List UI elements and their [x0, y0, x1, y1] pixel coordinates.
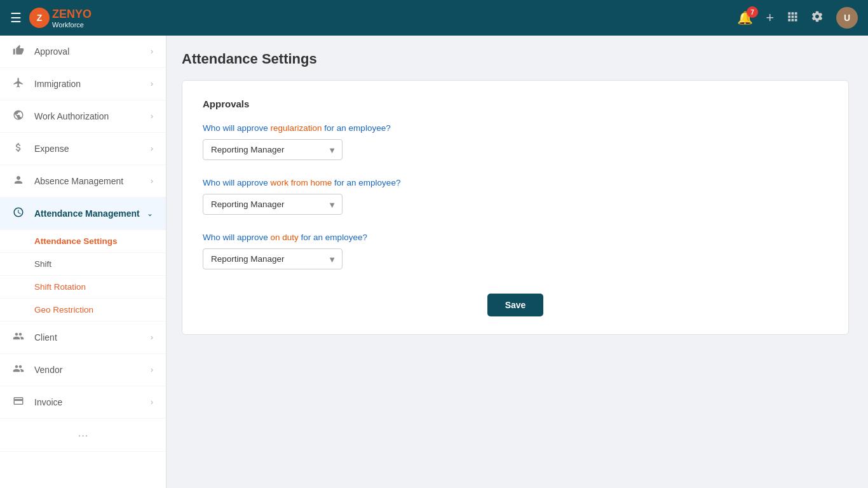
notification-bell[interactable]: 🔔 7	[737, 10, 753, 25]
vendor-icon	[13, 363, 27, 377]
sidebar-label-approval: Approval	[34, 46, 151, 57]
question-text-after-0: for an employee?	[322, 123, 391, 133]
question-highlight-0: regularization	[271, 123, 322, 133]
chevron-client: ›	[151, 333, 153, 342]
sidebar-item-work-authorization[interactable]: Work Authorization ›	[0, 100, 166, 133]
client-icon	[13, 330, 27, 344]
chevron-work-authorization: ›	[151, 112, 153, 121]
question-text-before-2: Who will approve	[203, 233, 271, 242]
approval-block-wfh: Who will approve work from home for an e…	[203, 178, 828, 215]
chevron-immigration: ›	[151, 79, 153, 88]
sidebar-label-vendor: Vendor	[34, 365, 151, 375]
chevron-invoice: ›	[151, 398, 153, 407]
sidebar-label-invoice: Invoice	[34, 397, 151, 407]
select-wrapper-wfh: Reporting Manager HR Manager Direct Mana…	[203, 194, 342, 215]
globe-icon	[13, 109, 27, 123]
svg-rect-5	[795, 15, 797, 18]
approval-block-on-duty: Who will approve on duty for an employee…	[203, 233, 828, 269]
approvals-card: Approvals Who will approve regularizatio…	[182, 80, 849, 335]
select-regularization[interactable]: Reporting Manager HR Manager Direct Mana…	[203, 139, 342, 160]
invoice-icon	[13, 395, 27, 409]
sidebar-item-absence-management[interactable]: Absence Management ›	[0, 165, 166, 198]
sidebar: Approval › Immigration › Work Authorizat…	[0, 36, 166, 488]
question-text-before-0: Who will approve	[203, 123, 271, 133]
page-title: Attendance Settings	[182, 51, 853, 67]
svg-rect-7	[792, 18, 794, 21]
sidebar-subitem-geo-restriction[interactable]: Geo Restriction	[0, 299, 166, 322]
question-regularization: Who will approve regularization for an e…	[203, 123, 828, 133]
question-on-duty: Who will approve on duty for an employee…	[203, 233, 828, 242]
settings-icon[interactable]	[811, 10, 824, 26]
question-text-after-2: for an employee?	[299, 233, 367, 242]
dollar-icon	[13, 142, 27, 156]
svg-rect-6	[788, 18, 790, 21]
chevron-absence: ›	[151, 177, 153, 186]
logo-icon: Z	[29, 8, 50, 28]
section-title-approvals: Approvals	[203, 98, 828, 109]
svg-rect-4	[792, 15, 794, 18]
sidebar-label-expense: Expense	[34, 144, 151, 154]
question-wfh: Who will approve work from home for an e…	[203, 178, 828, 187]
svg-rect-0	[788, 12, 790, 15]
sidebar-label-client: Client	[34, 332, 151, 342]
svg-rect-3	[788, 15, 790, 18]
sidebar-label-work-authorization: Work Authorization	[34, 111, 151, 121]
question-text-before-1: Who will approve	[203, 178, 271, 187]
svg-rect-2	[795, 12, 797, 15]
svg-rect-1	[792, 12, 794, 15]
brand-sub: Workforce	[52, 21, 92, 29]
select-on-duty[interactable]: Reporting Manager HR Manager Direct Mana…	[203, 248, 342, 269]
sidebar-item-expense[interactable]: Expense ›	[0, 133, 166, 165]
sidebar-item-immigration[interactable]: Immigration ›	[0, 68, 166, 100]
select-wrapper-on-duty: Reporting Manager HR Manager Direct Mana…	[203, 248, 342, 269]
sidebar-subitem-shift-rotation[interactable]: Shift Rotation	[0, 276, 166, 299]
sidebar-subitem-shift[interactable]: Shift	[0, 253, 166, 276]
svg-rect-8	[795, 18, 797, 21]
sidebar-item-client[interactable]: Client ›	[0, 322, 166, 354]
notification-badge: 7	[747, 6, 758, 18]
sidebar-item-invoice[interactable]: Invoice ›	[0, 386, 166, 419]
sidebar-item-attendance-management[interactable]: Attendance Management ⌄	[0, 198, 166, 230]
chevron-approval: ›	[151, 47, 153, 56]
select-wfh[interactable]: Reporting Manager HR Manager Direct Mana…	[203, 194, 342, 215]
logo: Z ZENYO Workforce	[29, 8, 92, 29]
question-highlight-2: on duty	[271, 233, 299, 242]
sidebar-item-more[interactable]: ···	[0, 419, 166, 452]
main-content: Attendance Settings Approvals Who will a…	[166, 36, 868, 488]
sidebar-item-approval[interactable]: Approval ›	[0, 36, 166, 68]
grid-icon[interactable]	[787, 11, 798, 25]
clock-icon	[13, 207, 27, 220]
sidebar-label-immigration: Immigration	[34, 79, 151, 89]
hamburger-icon[interactable]: ☰	[10, 10, 22, 25]
question-text-after-1: for an employee?	[332, 178, 400, 187]
sidebar-label-attendance-management: Attendance Management	[34, 208, 147, 219]
chevron-vendor: ›	[151, 365, 153, 374]
sidebar-item-vendor[interactable]: Vendor ›	[0, 354, 166, 386]
avatar[interactable]: U	[836, 7, 858, 29]
sidebar-subitem-attendance-settings[interactable]: Attendance Settings	[0, 230, 166, 253]
approval-block-regularization: Who will approve regularization for an e…	[203, 123, 828, 160]
absence-icon	[13, 174, 27, 188]
question-highlight-1: work from home	[271, 178, 332, 187]
select-wrapper-regularization: Reporting Manager HR Manager Direct Mana…	[203, 139, 342, 160]
chevron-expense: ›	[151, 144, 153, 153]
chevron-attendance: ⌄	[147, 209, 153, 218]
plane-icon	[13, 77, 27, 91]
thumbs-up-icon	[13, 44, 27, 58]
topnav: ☰ Z ZENYO Workforce 🔔 7 + U	[0, 0, 868, 36]
sidebar-label-absence-management: Absence Management	[34, 176, 151, 186]
add-button[interactable]: +	[766, 10, 774, 26]
brand-name: ZENYO	[52, 8, 92, 20]
save-button[interactable]: Save	[487, 294, 544, 316]
